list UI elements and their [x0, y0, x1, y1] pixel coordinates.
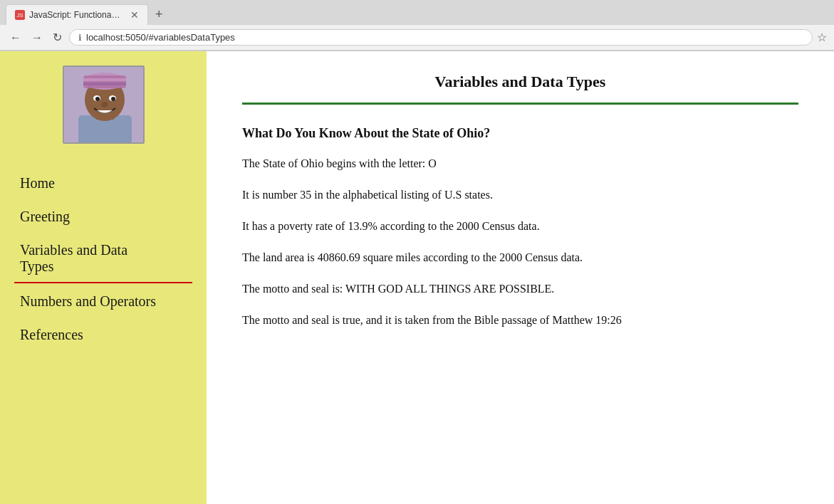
tab-title: JavaScript: Functional Programm...: [29, 10, 122, 20]
back-button[interactable]: ←: [7, 30, 24, 46]
title-divider: [242, 103, 798, 105]
paragraph-6: The motto and seal is true, and it is ta…: [242, 312, 798, 329]
tab-favicon: JS: [15, 10, 25, 20]
security-icon: ℹ: [78, 33, 82, 43]
url-text: localhost:5050/#variablesDataTypes: [86, 32, 803, 43]
browser-chrome: JS JavaScript: Functional Programm... ✕ …: [0, 0, 834, 51]
svg-rect-6: [83, 78, 126, 81]
tab-bar: JS JavaScript: Functional Programm... ✕ …: [0, 0, 834, 25]
active-tab[interactable]: JS JavaScript: Functional Programm... ✕: [6, 4, 148, 25]
main-content: Variables and Data Types What Do You Kno…: [207, 51, 834, 504]
sidebar-navigation: Home Greeting Variables and DataTypes Nu…: [0, 158, 207, 357]
paragraph-4: The land area is 40860.69 square miles a…: [242, 249, 798, 266]
svg-point-11: [111, 97, 115, 101]
svg-point-12: [101, 102, 108, 107]
tab-close-button[interactable]: ✕: [130, 9, 139, 21]
paragraph-2: It is number 35 in the alphabetical list…: [242, 187, 798, 204]
svg-rect-5: [83, 75, 126, 88]
page-title: Variables and Data Types: [242, 73, 798, 91]
avatar: [63, 65, 145, 144]
forward-button[interactable]: →: [28, 30, 46, 46]
paragraph-5: The motto and seal is: WITH GOD ALL THIN…: [242, 280, 798, 298]
sidebar-item-numbers-operators[interactable]: Numbers and Operators: [14, 283, 192, 317]
paragraph-3: It has a poverty rate of 13.9% according…: [242, 218, 798, 235]
svg-rect-7: [83, 83, 126, 85]
sidebar-item-variables-data-types[interactable]: Variables and DataTypes: [14, 232, 192, 283]
page-wrapper: Home Greeting Variables and DataTypes Nu…: [0, 51, 834, 504]
avatar-container: [0, 51, 207, 158]
sidebar-item-references[interactable]: References: [14, 317, 192, 350]
reload-button[interactable]: ↻: [50, 29, 65, 46]
sidebar: Home Greeting Variables and DataTypes Nu…: [0, 51, 207, 504]
new-tab-button[interactable]: +: [151, 6, 167, 23]
sidebar-item-home[interactable]: Home: [14, 165, 192, 199]
section-heading: What Do You Know About the State of Ohio…: [242, 126, 798, 141]
bookmark-button[interactable]: ☆: [817, 31, 827, 44]
address-bar[interactable]: ℹ localhost:5050/#variablesDataTypes: [69, 29, 813, 46]
paragraph-1: The State of Ohio begins with the letter…: [242, 155, 798, 172]
nav-bar: ← → ↻ ℹ localhost:5050/#variablesDataTyp…: [0, 25, 834, 51]
svg-point-10: [95, 97, 100, 101]
sidebar-item-greeting[interactable]: Greeting: [14, 199, 192, 232]
